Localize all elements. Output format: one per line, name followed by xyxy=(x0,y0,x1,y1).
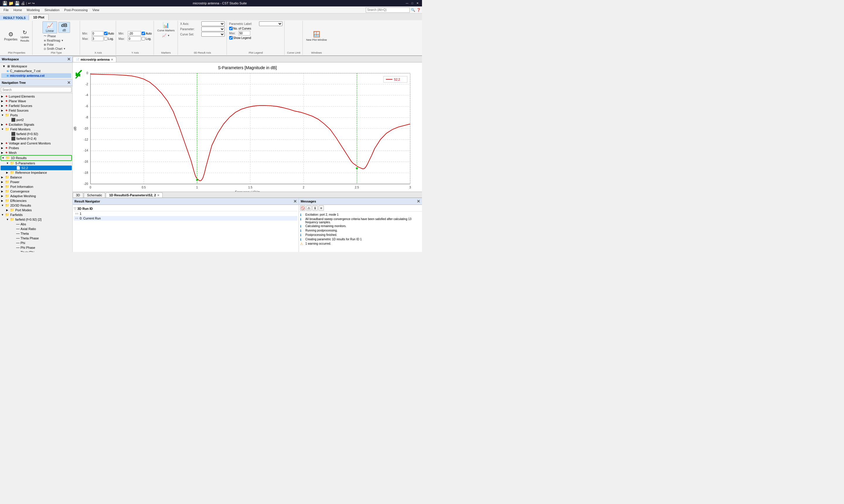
tree-item-theta[interactable]: —Theta xyxy=(1,231,72,236)
tree-item-mesh[interactable]: ▶✦Mesh xyxy=(1,150,72,155)
tree-item-field-sources[interactable]: ▶✦Field Sources xyxy=(1,108,72,113)
properties-button[interactable]: ⚙ Properties xyxy=(3,31,19,42)
parametric-label-select[interactable] xyxy=(259,21,283,26)
polar-button[interactable]: ⊕ Polar xyxy=(42,43,67,47)
tree-item-lumped-elements[interactable]: ▶✦Lumped Elements xyxy=(1,94,72,99)
no-of-curves-checkbox[interactable] xyxy=(229,27,233,30)
curve-set-select[interactable] xyxy=(201,32,225,37)
y-min-input[interactable] xyxy=(128,31,141,36)
tree-item-reference-impedance[interactable]: ▶📁Reference Impedance xyxy=(1,170,72,175)
workspace-item-c-matesurface[interactable]: ≋ C_matesurface_7.cst xyxy=(1,69,71,73)
workspace-item-microstrip[interactable]: ≋ microstrip antenna.cst xyxy=(1,73,71,78)
tree-item-ports[interactable]: ▼📁Ports xyxy=(1,113,72,118)
result-navigator-close[interactable]: ✕ xyxy=(293,199,297,204)
tree-item-2d/3d-results[interactable]: ▼📁2D/3D Results xyxy=(1,203,72,208)
db-button[interactable]: dB dB xyxy=(58,22,70,33)
result-nav-row-current[interactable]: == 0: Current Run xyxy=(74,216,298,221)
x-max-input[interactable] xyxy=(92,36,104,41)
msg-list-button[interactable]: ≡ xyxy=(319,205,324,211)
bottom-tab-1d-results[interactable]: 1D Results\S-Parameters\S2, 2 ✕ xyxy=(106,193,163,198)
help-icon[interactable]: ❓ xyxy=(416,8,421,12)
smith-chart-button[interactable]: ⊙ Smith Chart ▼ xyxy=(42,47,67,51)
tree-item-farfields[interactable]: ▼📁Farfields xyxy=(1,213,72,217)
ribbon-tabs: RESULT TOOLS 1D Plot xyxy=(0,14,422,20)
tree-item-farfield-(f=2.4)[interactable]: ⬛farfield (f=2.4) xyxy=(1,136,72,141)
x-auto-checkbox[interactable] xyxy=(104,32,108,35)
result-nav-row-1[interactable]: == 1 xyxy=(74,211,298,216)
y-log-checkbox[interactable] xyxy=(142,37,145,40)
linear-button[interactable]: 📈 Linear xyxy=(42,21,57,33)
tree-item-theta/phi[interactable]: —Theta/Phi xyxy=(1,250,72,252)
tree-item-excitation-signals[interactable]: ▶✦Excitation Signals xyxy=(1,122,72,127)
update-results-button[interactable]: ↻ Update Results xyxy=(19,29,31,43)
tree-item-phi-phase[interactable]: —Phi Phase xyxy=(1,245,72,250)
menu-view[interactable]: View xyxy=(90,7,102,12)
tree-item-1d-results[interactable]: ▼📁1D Results xyxy=(1,155,72,161)
tree-item-s-parameters[interactable]: ▼📁S-Parameters xyxy=(1,161,72,165)
tree-item-probes[interactable]: ▶✦Probes xyxy=(1,146,72,150)
tree-item-balance[interactable]: ▶📁Balance xyxy=(1,175,72,180)
tree-arrow: ▶ xyxy=(1,95,4,98)
x-log-checkbox[interactable] xyxy=(104,37,108,40)
tree-item-port-modes[interactable]: ▶📁Port Modes xyxy=(1,208,72,213)
search-input[interactable] xyxy=(366,7,410,13)
x-axis-select[interactable] xyxy=(201,21,225,26)
markers-dropdown[interactable]: 📈 ▼ xyxy=(161,33,171,38)
nav-search-input[interactable] xyxy=(1,87,72,92)
messages-close[interactable]: ✕ xyxy=(417,199,420,204)
menu-modeling[interactable]: Modeling xyxy=(24,7,42,12)
close-button[interactable]: ✕ xyxy=(416,1,420,5)
tree-item-port-information[interactable]: ▶📁Port Information xyxy=(1,184,72,189)
msg-warning-filter[interactable]: ⚠ xyxy=(306,205,311,211)
tree-item-voltage-and-current-monitors[interactable]: ▶✦Voltage and Current Monitors xyxy=(1,141,72,146)
tree-item-power[interactable]: ▶📁Power xyxy=(1,180,72,184)
workspace-close-button[interactable]: ✕ xyxy=(67,57,71,61)
menu-simulation[interactable]: Simulation xyxy=(42,7,62,12)
y-auto-checkbox[interactable] xyxy=(142,32,145,35)
tree-item-label: Farfields xyxy=(10,213,22,217)
tree-item-farfield-(f=0.92)[interactable]: ⬛farfield (f=0.92) xyxy=(1,131,72,136)
msg-clear-button[interactable]: 🚫 xyxy=(300,205,305,211)
tree-icon: ✦ xyxy=(5,108,8,112)
real-imag-button[interactable]: ≋ Real/Imag ▼ xyxy=(42,39,67,42)
tree-item-efficiencies[interactable]: ▶📁Efficiencies xyxy=(1,198,72,203)
new-plot-window-button[interactable]: 🪟 New Plot Window xyxy=(305,30,328,42)
y-max-input[interactable] xyxy=(128,36,141,41)
parameter-select[interactable] xyxy=(201,27,225,31)
tree-item-convergence[interactable]: ▶📁Convergence xyxy=(1,189,72,194)
msg-info-filter[interactable]: ℹ xyxy=(312,205,318,211)
menu-home[interactable]: Home xyxy=(11,7,24,12)
minimize-button[interactable]: — xyxy=(405,1,409,5)
bottom-tab-3d[interactable]: 3D xyxy=(73,193,83,198)
search-icon: 🔍 xyxy=(411,8,415,12)
nav-tree-close-button[interactable]: ✕ xyxy=(67,80,71,85)
tree-item-label: Farfield Sources xyxy=(9,104,32,108)
doc-tab-microstrip[interactable]: 📄 microstrip antenna ✕ xyxy=(73,57,116,62)
tree-icon: 📁 xyxy=(10,170,14,175)
tree-item-axial-ratio[interactable]: —Axial Ratio xyxy=(1,227,72,231)
bottom-tab-close[interactable]: ✕ xyxy=(157,194,159,197)
tree-item-plane-wave[interactable]: ▶✦Plane Wave xyxy=(1,99,72,104)
tree-item-abs[interactable]: —Abs xyxy=(1,222,72,227)
tree-item-theta-phase[interactable]: —Theta Phase xyxy=(1,236,72,240)
show-legend-checkbox[interactable] xyxy=(229,36,233,39)
workspace-item-workspace[interactable]: ▼ 🖥 Workspace xyxy=(1,64,71,69)
tree-item-phi[interactable]: —Phi xyxy=(1,240,72,245)
max-curves-input[interactable] xyxy=(238,31,250,35)
bottom-tab-schematic[interactable]: Schematic xyxy=(84,193,105,198)
x-min-input[interactable] xyxy=(92,31,104,36)
menu-post-processing[interactable]: Post-Processing xyxy=(62,7,90,12)
phase-button[interactable]: 〜 Phase xyxy=(42,34,67,38)
tree-item-farfield-(f=0.92)-[2][interactable]: ▼📁farfield (f=0.92) [2] xyxy=(1,217,72,222)
doc-tab-close-microstrip[interactable]: ✕ xyxy=(111,58,113,61)
ribbon-tab-1d-plot[interactable]: 1D Plot xyxy=(29,14,49,20)
tree-item-s2,2[interactable]: 📄S2,2 xyxy=(1,165,72,170)
tree-item-field-monitors[interactable]: ▼📁Field Monitors xyxy=(1,127,72,131)
tree-item-adaptive-meshing[interactable]: ▶📁Adaptive Meshing xyxy=(1,194,72,198)
svg-text:1.5: 1.5 xyxy=(248,186,252,189)
tree-item-farfield-sources[interactable]: ▶✦Farfield Sources xyxy=(1,104,72,108)
menu-file[interactable]: File xyxy=(1,7,11,12)
tree-item-port2[interactable]: ⬛port2 xyxy=(1,118,72,122)
maximize-button[interactable]: □ xyxy=(410,1,414,5)
curve-markers-button[interactable]: 📊 Curve Markers xyxy=(156,21,176,33)
